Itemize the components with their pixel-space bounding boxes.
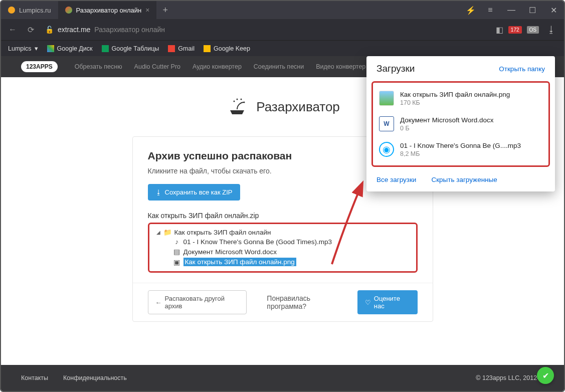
document-file-icon: ▤ [173,248,180,256]
url-domain: extract.me [58,26,90,34]
tab-lumpics[interactable]: Lumpics.ru [1,1,58,19]
svg-point-3 [244,102,245,103]
download-name: 01 - I Know There's Gonna Be (G....mp3 [400,142,521,149]
hide-downloads-link[interactable]: Скрыть загруженные [431,176,497,183]
tab-label: Разархиватор онлайн [76,7,142,14]
bookmark-lumpics[interactable]: Lumpics ▾ [8,45,38,52]
like-question: Понравилась программа? [267,294,347,310]
favicon-icon [65,7,72,14]
bookmark-sheets[interactable]: Google Таблицы [102,45,159,52]
close-window-button[interactable]: ✕ [543,1,564,19]
url-title: Разархиватор онлайн [94,26,165,34]
nav-item[interactable]: Аудио конвертер [193,63,242,70]
maximize-button[interactable]: ☐ [522,1,543,19]
turbo-icon[interactable]: ⚡ [462,1,480,19]
word-thumb-icon: W [379,116,394,131]
svg-point-0 [234,101,235,102]
download-item[interactable]: W Документ Microsoft Word.docx 0 Б [375,111,546,137]
page-footer: Контакты Конфиденциальность © 123apps LL… [1,365,564,391]
unpack-other-button[interactable]: ← Распаковать другой архив [148,290,247,314]
audio-thumb-icon: ◉ [379,142,394,157]
download-item[interactable]: Как открыть ЗИП файл онлайн.png 170 КБ [375,86,546,111]
tree-file-row[interactable]: ▤ Документ Microsoft Word.docx [173,247,412,257]
settings-icon[interactable]: ≡ [480,1,501,19]
footer-contacts[interactable]: Контакты [21,374,48,381]
downloads-button[interactable]: ⭳ [544,25,559,35]
back-arrow-icon: ← [155,299,162,306]
reload-button[interactable]: ⟳ [24,23,37,36]
footer-privacy[interactable]: Конфиденциальность [63,374,127,381]
sheets-icon [102,45,109,52]
tab-extract[interactable]: Разархиватор онлайн × [58,1,157,19]
folder-icon: 📁 [164,228,171,236]
archive-filename: Как открыть ЗИП файл онлайн.zip [148,212,418,220]
card-footer: ← Распаковать другой архив Понравилась п… [133,283,433,321]
extension-badge[interactable]: 172 [508,26,522,34]
unarchiver-icon [225,92,249,121]
site-logo[interactable]: 123APPS [21,61,58,72]
music-file-icon: ♪ [173,238,180,246]
favicon-icon [8,7,15,14]
nav-item[interactable]: Соединить песни [254,63,304,70]
nav-item[interactable]: Обрезать песню [75,63,122,70]
image-thumb-icon [379,91,394,106]
rate-button[interactable]: ♡ Оцените нас [357,290,418,314]
bookmark-gmail[interactable]: Gmail [168,45,195,52]
tab-label: Lumpics.ru [19,7,51,14]
save-all-zip-button[interactable]: ⭳ Сохранить все как ZIP [148,184,240,201]
download-item[interactable]: ◉ 01 - I Know There's Gonna Be (G....mp3… [375,137,546,162]
svg-point-1 [237,99,238,100]
close-tab-icon[interactable]: × [145,6,149,14]
download-size: 8,2 МБ [400,150,521,157]
drive-icon [47,45,54,52]
bookmark-icon[interactable]: ◧ [496,25,503,35]
download-icon: ⭳ [155,188,162,196]
back-button[interactable]: ← [6,23,19,36]
lock-icon: 🔓 [45,26,54,34]
minimize-button[interactable]: — [501,1,522,19]
bookmark-keep[interactable]: Google Keep [204,45,250,52]
window-controls: ≡ — ☐ ✕ [480,1,564,19]
file-name: Как открыть ЗИП файл онлайн.png [183,258,296,266]
downloads-title: Загрузки [376,63,415,74]
download-name: Документ Microsoft Word.docx [400,116,493,124]
gmail-icon [168,45,175,52]
download-size: 0 Б [400,125,493,132]
image-file-icon: ▣ [173,258,180,266]
bookmarks-bar: Lumpics ▾ Google Диск Google Таблицы Gma… [1,40,564,56]
nav-item[interactable]: Audio Cutter Pro [134,63,180,70]
footer-copyright: © 123apps LLC, 2012–2 [476,374,544,381]
all-downloads-link[interactable]: Все загрузки [376,176,416,183]
tree-file-row[interactable]: ♪ 01 - I Know There's Gonna Be (Good Tim… [173,237,412,247]
folder-name: Как открыть ЗИП файл онлайн [174,229,271,236]
new-tab-button[interactable]: + [156,1,174,19]
security-shield-icon[interactable]: ✔ [537,367,554,384]
tree-folder-row[interactable]: ◢ 📁 Как открыть ЗИП файл онлайн [153,227,412,237]
file-tree: ◢ 📁 Как открыть ЗИП файл онлайн ♪ 01 - I… [148,223,418,273]
heart-icon: ♡ [365,299,371,306]
tree-file-row-selected[interactable]: ▣ Как открыть ЗИП файл онлайн.png [173,257,412,267]
download-name: Как открыть ЗИП файл онлайн.png [400,91,510,98]
keep-icon [204,45,211,52]
file-name: Документ Microsoft Word.docx [183,248,277,256]
caret-icon: ◢ [156,230,161,235]
open-folder-link[interactable]: Открыть папку [499,65,545,73]
download-size: 170 КБ [400,99,510,106]
bookmark-drive[interactable]: Google Диск [47,45,93,52]
address-bar: ← ⟳ 🔓 extract.me Разархиватор онлайн ◧ 1… [1,19,564,40]
downloads-panel: Загрузки Открыть папку Как открыть ЗИП ф… [366,56,555,191]
svg-point-2 [241,99,242,100]
nav-item[interactable]: Видео конвертер [316,63,365,70]
downloads-list: Как открыть ЗИП файл онлайн.png 170 КБ W… [371,81,550,167]
extension-badge[interactable]: OS [527,26,539,34]
url-input[interactable]: 🔓 extract.me Разархиватор онлайн [42,24,491,36]
page-title: Разархиватор [256,99,340,115]
file-name: 01 - I Know There's Gonna Be (Good Times… [183,238,332,246]
hero: Разархиватор [225,92,340,121]
window-titlebar: Lumpics.ru Разархиватор онлайн × + ⚡ ≡ —… [1,1,564,19]
